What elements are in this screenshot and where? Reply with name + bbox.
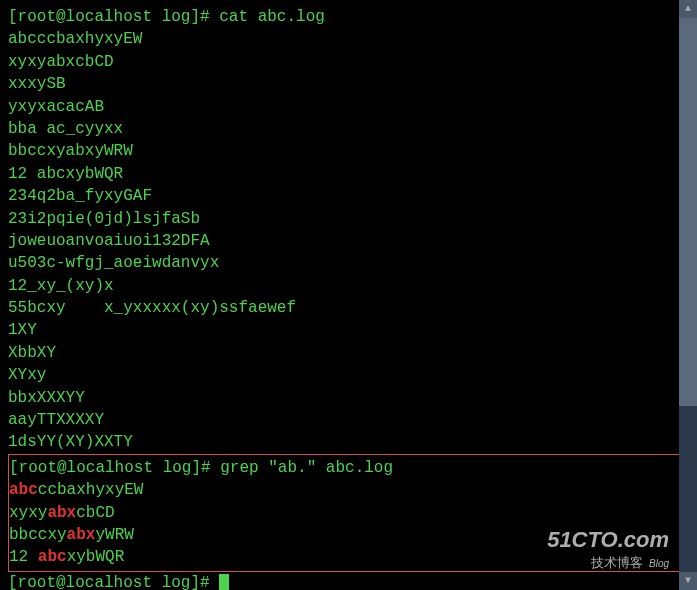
grep-post: ccbaxhyxyEW — [38, 481, 144, 499]
output-line: XYxy — [8, 364, 689, 386]
output-line: yxyxacacAB — [8, 96, 689, 118]
output-line: 234q2ba_fyxyGAF — [8, 185, 689, 207]
watermark: 51CTO.com 技术博客Blog — [547, 525, 669, 572]
command-line-2: [root@localhost log]# grep "ab." abc.log — [9, 457, 688, 479]
cursor-icon — [219, 574, 229, 590]
scroll-down-arrow-icon[interactable]: ▼ — [679, 572, 697, 590]
output-line: bbxXXXYY — [8, 387, 689, 409]
grep-post: yWRW — [95, 526, 133, 544]
grep-line: abcccbaxhyxyEW — [9, 479, 688, 501]
output-line: 1dsYY(XY)XXTY — [8, 431, 689, 453]
scroll-up-arrow-icon[interactable]: ▲ — [679, 0, 697, 18]
output-line: u503c-wfgj_aoeiwdanvyx — [8, 252, 689, 274]
watermark-blog: Blog — [649, 557, 669, 571]
output-line: xxxySB — [8, 73, 689, 95]
output-line: xyxyabxcbCD — [8, 51, 689, 73]
output-line: XbbXY — [8, 342, 689, 364]
command-line-3[interactable]: [root@localhost log]# — [8, 572, 689, 590]
grep-line: xyxyabxcbCD — [9, 502, 688, 524]
command-text: cat abc.log — [219, 8, 325, 26]
grep-post: cbCD — [76, 504, 114, 522]
output-line: aayTTXXXXY — [8, 409, 689, 431]
prompt-prefix: [root@localhost log]# — [9, 459, 220, 477]
grep-match: abc — [38, 548, 67, 566]
grep-pre: xyxy — [9, 504, 47, 522]
output-line: abcccbaxhyxyEW — [8, 28, 689, 50]
terminal-output: [root@localhost log]# cat abc.log abcccb… — [0, 0, 697, 590]
output-line: 55bcxy x_yxxxxx(xy)ssfaewef — [8, 297, 689, 319]
cat-output-block: abcccbaxhyxyEW xyxyabxcbCD xxxySB yxyxac… — [8, 28, 689, 453]
prompt-prefix: [root@localhost log]# — [8, 574, 219, 590]
output-line: 1XY — [8, 319, 689, 341]
grep-pre: 12 — [9, 548, 38, 566]
scroll-thumb[interactable] — [679, 18, 697, 406]
watermark-main: 51CTO.com — [547, 525, 669, 556]
output-line: bbccxyabxyWRW — [8, 140, 689, 162]
output-line: joweuoanvoaiuoi132DFA — [8, 230, 689, 252]
output-line: 23i2pqie(0jd)lsjfaSb — [8, 208, 689, 230]
output-line: 12 abcxybWQR — [8, 163, 689, 185]
vertical-scrollbar[interactable]: ▲ ▼ — [679, 0, 697, 590]
scroll-track[interactable] — [679, 18, 697, 572]
grep-match: abx — [47, 504, 76, 522]
output-line: 12_xy_(xy)x — [8, 275, 689, 297]
prompt-prefix: [root@localhost log]# — [8, 8, 219, 26]
grep-post: xybWQR — [67, 548, 125, 566]
grep-match: abx — [67, 526, 96, 544]
grep-match: abc — [9, 481, 38, 499]
grep-pre: bbccxy — [9, 526, 67, 544]
command-text: grep "ab." abc.log — [220, 459, 393, 477]
command-line-1: [root@localhost log]# cat abc.log — [8, 6, 689, 28]
watermark-sub: 技术博客Blog — [547, 554, 669, 572]
output-line: bba ac_cyyxx — [8, 118, 689, 140]
